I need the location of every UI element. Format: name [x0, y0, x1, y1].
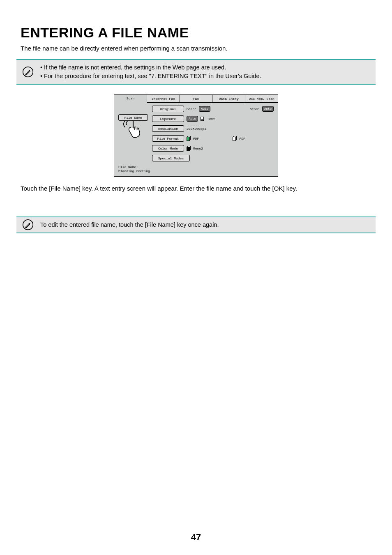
pencil-circle-icon: [22, 219, 34, 230]
document-mono-icon: [233, 136, 237, 141]
color-mode-value: Mono2: [193, 147, 203, 150]
tab-data-entry[interactable]: Data Entry: [212, 95, 245, 102]
pointing-hand-icon: [121, 118, 145, 143]
file-name-label: File Name:: [118, 165, 274, 169]
svg-line-1: [30, 71, 30, 71]
scan-label: Scan:: [187, 107, 196, 111]
page-number: 47: [0, 532, 392, 543]
svg-line-4: [30, 223, 30, 224]
tab-internet-fax[interactable]: Internet Fax: [147, 95, 180, 102]
color-mode-button[interactable]: Color Mode: [152, 145, 184, 152]
note-content: • If the file name is not entered, the s…: [40, 63, 261, 81]
file-name-value: Planning meeting: [118, 169, 274, 173]
tab-label: Fax: [193, 97, 199, 101]
original-button[interactable]: Original: [152, 106, 184, 112]
note-content: To edit the entered file name, touch the…: [40, 221, 219, 229]
pencil-circle-icon: [22, 66, 34, 78]
file-format-button[interactable]: File Format: [152, 135, 184, 142]
scan-value: Auto: [199, 106, 210, 112]
note-box-settings: • If the file name is not entered, the s…: [16, 59, 376, 85]
note-box-edit: To edit the entered file name, touch the…: [16, 216, 376, 233]
page-icon: [201, 117, 205, 121]
note-text: To edit the entered file name, touch the…: [40, 221, 219, 228]
file-format-value-1: PDF: [193, 137, 199, 140]
tab-fax[interactable]: Fax: [180, 95, 213, 102]
tab-label: Data Entry: [219, 97, 239, 101]
note-line: • If the file name is not entered, the s…: [40, 63, 261, 72]
intro-paragraph: The file name can be directly entered wh…: [21, 45, 371, 52]
special-modes-button[interactable]: Special Modes: [152, 155, 190, 161]
file-format-value-2: PDF: [239, 137, 245, 140]
document-color-icon: [187, 136, 191, 141]
tab-scan[interactable]: Scan: [114, 95, 147, 103]
send-value: Auto: [262, 106, 274, 112]
exposure-type: Text: [207, 117, 215, 121]
exposure-mode: Auto: [187, 116, 198, 122]
svg-line-5: [26, 227, 27, 228]
svg-line-2: [26, 74, 27, 75]
document-bw-icon: [187, 146, 191, 151]
page-heading: ENTERING A FILE NAME: [21, 25, 371, 41]
send-label: Send:: [250, 107, 260, 111]
resolution-button[interactable]: Resolution: [152, 125, 184, 132]
mode-tabs: Scan Internet Fax Fax Data Entry USB Mem…: [114, 95, 278, 103]
tab-label: Scan: [127, 97, 134, 100]
lcd-panel: Scan Internet Fax Fax Data Entry USB Mem…: [114, 94, 278, 177]
tab-label: Internet Fax: [151, 97, 175, 101]
tab-usb-scan[interactable]: USB Mem. Scan: [245, 95, 278, 102]
tab-label: USB Mem. Scan: [249, 97, 274, 101]
instruction-paragraph: Touch the [File Name] key. A text entry …: [21, 185, 371, 192]
exposure-button[interactable]: Exposure: [152, 115, 184, 122]
note-line: • For the procedure for entering text, s…: [40, 72, 261, 81]
resolution-value: 200X200dpi: [187, 127, 206, 131]
